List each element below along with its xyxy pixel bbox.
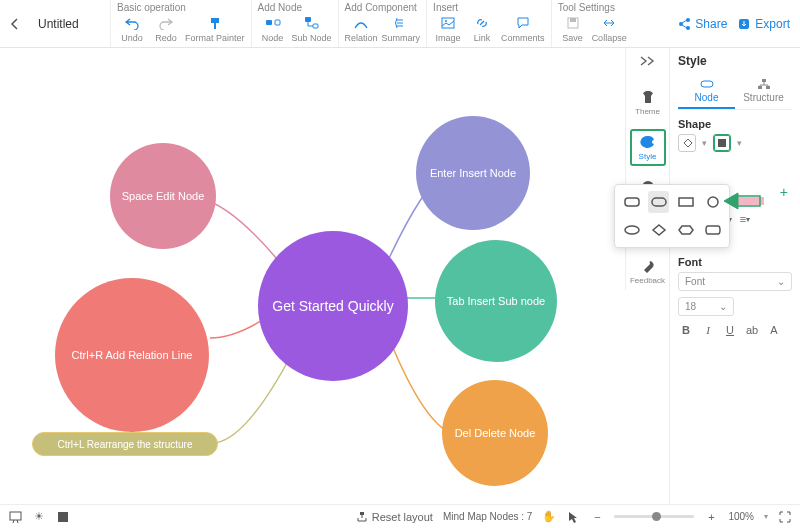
panel-tabs: Node Structure: [678, 74, 792, 110]
collapse-panel-button[interactable]: [639, 54, 657, 76]
fill-color-button[interactable]: [678, 134, 696, 152]
shape-pill[interactable]: [648, 191, 669, 213]
svg-rect-5: [313, 24, 318, 28]
shape-label: Shape: [678, 118, 792, 130]
zoom-value: 100%: [728, 511, 754, 522]
group-tool-title: Tool Settings: [558, 0, 627, 14]
shape-circle[interactable]: [702, 191, 723, 213]
summary-button[interactable]: Summary: [382, 15, 421, 43]
brush-icon: [208, 16, 222, 30]
summary-icon: [393, 16, 409, 30]
tab-node[interactable]: Node: [678, 74, 735, 109]
node-tab-icon: [700, 78, 714, 90]
add-subnode-button[interactable]: Sub Node: [292, 15, 332, 43]
node-rearrange[interactable]: Ctrl+L Rearrange the structure: [32, 432, 218, 456]
collapse-button[interactable]: Collapse: [592, 15, 627, 43]
node-space-edit[interactable]: Space Edit Node: [110, 143, 216, 249]
node-count: Mind Map Nodes : 7: [443, 511, 533, 522]
back-button[interactable]: [0, 0, 30, 47]
tab-structure[interactable]: Structure: [735, 74, 792, 109]
shape-rect[interactable]: [675, 191, 696, 213]
font-size-select[interactable]: 18⌄: [678, 297, 734, 316]
export-button[interactable]: Export: [737, 17, 790, 31]
presentation-mode-button[interactable]: [8, 510, 22, 524]
undo-icon: [124, 16, 140, 30]
svg-rect-31: [360, 512, 364, 515]
shape-hexagon[interactable]: [675, 219, 696, 241]
insert-image-button[interactable]: Image: [433, 15, 463, 43]
add-node-button[interactable]: Node: [258, 15, 288, 43]
svg-rect-24: [652, 198, 666, 206]
svg-point-27: [625, 226, 639, 234]
brightness-button[interactable]: ☀: [32, 510, 46, 524]
subnode-icon: [304, 16, 320, 30]
export-icon: [737, 17, 751, 31]
image-icon: [441, 16, 455, 30]
underline-button[interactable]: U: [722, 322, 738, 338]
case-button[interactable]: ab: [744, 322, 760, 338]
comment-icon: [516, 16, 530, 30]
share-button[interactable]: Share: [677, 17, 727, 31]
center-node[interactable]: Get Started Quickly: [258, 231, 408, 381]
insert-comments-button[interactable]: Comments: [501, 15, 545, 43]
group-tool-settings: Tool Settings Save Collapse: [551, 0, 633, 47]
grid-button[interactable]: [56, 510, 70, 524]
shape-rounded-rect[interactable]: [621, 191, 642, 213]
insert-link-button[interactable]: Link: [467, 15, 497, 43]
group-basic: Basic operation Undo Redo Format Painter: [110, 0, 251, 47]
redo-button[interactable]: Redo: [151, 15, 181, 43]
document-title[interactable]: Untitled: [30, 0, 110, 47]
zoom-thumb[interactable]: [652, 512, 661, 521]
reset-layout-button[interactable]: Reset layout: [356, 510, 433, 524]
rail-theme[interactable]: Theme: [630, 84, 666, 121]
cursor-tool-button[interactable]: [566, 510, 580, 524]
group-insert: Insert Image Link Comments: [426, 0, 551, 47]
zoom-slider[interactable]: [614, 515, 694, 518]
format-painter-button[interactable]: Format Painter: [185, 15, 245, 43]
svg-rect-21: [766, 86, 770, 89]
undo-button[interactable]: Undo: [117, 15, 147, 43]
node-tab-subnode[interactable]: Tab Insert Sub node: [435, 240, 557, 362]
svg-rect-20: [758, 86, 762, 89]
group-add-component: Add Component Relation Summary: [338, 0, 427, 47]
italic-button[interactable]: I: [700, 322, 716, 338]
save-icon: [566, 16, 580, 30]
svg-rect-1: [214, 23, 216, 29]
link-icon: [475, 16, 489, 30]
svg-rect-25: [679, 198, 693, 206]
shape-parallelogram[interactable]: [702, 219, 723, 241]
add-button[interactable]: +: [780, 184, 788, 200]
relation-button[interactable]: Relation: [345, 15, 378, 43]
svg-rect-22: [718, 139, 726, 147]
node-add-relation[interactable]: Ctrl+R Add Relation Line: [55, 278, 209, 432]
shape-ellipse[interactable]: [621, 219, 642, 241]
zoom-in-button[interactable]: +: [704, 510, 718, 524]
hand-tool-button[interactable]: ✋: [542, 510, 556, 524]
svg-rect-0: [211, 18, 219, 23]
svg-rect-23: [625, 198, 639, 206]
zoom-out-button[interactable]: −: [590, 510, 604, 524]
group-addnode-title: Add Node: [258, 0, 332, 14]
panel-title: Style: [678, 54, 792, 68]
shape-popup: [614, 184, 730, 248]
shape-stack-icon: [716, 137, 728, 149]
save-button[interactable]: Save: [558, 15, 588, 43]
shape-picker-button[interactable]: [713, 134, 731, 152]
cursor-icon: [567, 511, 579, 523]
top-toolbar: Untitled Basic operation Undo Redo Forma…: [0, 0, 800, 48]
chevron-left-icon: [8, 17, 22, 31]
canvas[interactable]: Get Started Quickly Space Edit Node Ctrl…: [0, 48, 628, 504]
node-enter-insert[interactable]: Enter Insert Node: [416, 116, 530, 230]
fullscreen-button[interactable]: [778, 510, 792, 524]
node-del[interactable]: Del Delete Node: [442, 380, 548, 486]
align-button[interactable]: ≡▾: [738, 212, 752, 226]
font-family-select[interactable]: Font⌄: [678, 272, 792, 291]
rail-feedback[interactable]: Feedback: [630, 253, 666, 290]
shape-diamond[interactable]: [648, 219, 669, 241]
rail-style[interactable]: Style: [630, 129, 666, 166]
share-icon: [677, 17, 691, 31]
svg-rect-2: [266, 20, 272, 25]
bold-button[interactable]: B: [678, 322, 694, 338]
font-label: Font: [678, 256, 792, 268]
font-color-button[interactable]: A: [766, 322, 782, 338]
